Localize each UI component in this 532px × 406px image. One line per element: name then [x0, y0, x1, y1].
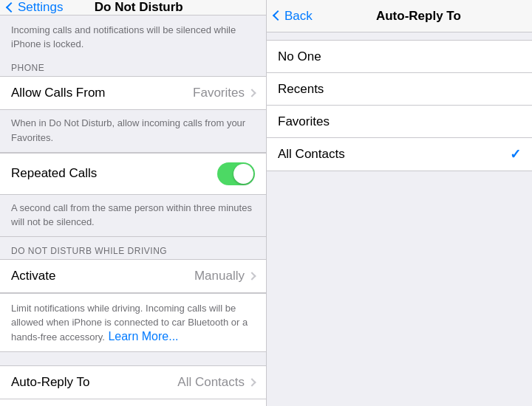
repeated-calls-row: Repeated Calls	[0, 154, 266, 194]
left-nav-bar: Settings Do Not Disturb	[0, 0, 266, 16]
driving-info-box: Limit notifications while driving. Incom…	[0, 293, 266, 352]
option-all-contacts[interactable]: All Contacts ✓	[267, 138, 532, 171]
auto-reply-options-group: No One Recents Favorites All Contacts ✓	[267, 40, 532, 171]
activate-row[interactable]: Activate Manually	[0, 260, 266, 292]
auto-reply-to-row[interactable]: Auto-Reply To All Contacts	[0, 366, 266, 399]
back-chevron-icon	[273, 10, 283, 21]
repeated-calls-info: A second call from the same person withi…	[11, 202, 252, 227]
locked-info-section: Incoming calls and notifications will be…	[0, 16, 266, 58]
repeated-calls-group: Repeated Calls	[0, 153, 266, 195]
left-nav-title: Do Not Disturb	[63, 0, 214, 15]
repeated-calls-label: Repeated Calls	[11, 166, 217, 181]
phone-table-group: Allow Calls From Favorites	[0, 76, 266, 110]
auto-reply-to-value: All Contacts	[177, 375, 245, 390]
right-nav-bar: Back Auto-Reply To	[267, 0, 532, 32]
checkmark-icon: ✓	[510, 146, 521, 162]
activate-value: Manually	[194, 269, 245, 283]
toggle-knob	[233, 164, 253, 184]
right-panel: Back Auto-Reply To No One Recents Favori…	[266, 0, 532, 406]
driving-section-label: DO NOT DISTURB WHILE DRIVING	[0, 241, 266, 259]
left-panel: Settings Do Not Disturb Incoming calls a…	[0, 0, 266, 406]
option-recents-label: Recents	[278, 82, 521, 97]
option-recents[interactable]: Recents	[267, 73, 532, 106]
auto-reply-back-button[interactable]: Back	[274, 9, 313, 24]
allow-calls-row[interactable]: Allow Calls From Favorites	[0, 77, 266, 109]
right-back-label: Back	[284, 9, 313, 24]
phone-section-label: PHONE	[0, 58, 266, 76]
driving-table-group: Activate Manually	[0, 259, 266, 293]
option-no-one[interactable]: No One	[267, 41, 532, 73]
right-spacer	[267, 171, 532, 406]
learn-more-link[interactable]: Learn More...	[108, 330, 178, 343]
auto-reply-row[interactable]: Auto-Reply Hey there! I'm at work. I am …	[0, 399, 266, 406]
chevron-left-icon	[6, 1, 16, 12]
back-label: Settings	[18, 0, 63, 15]
settings-back-button[interactable]: Settings	[7, 0, 63, 15]
auto-reply-to-chevron-icon	[248, 378, 256, 386]
auto-reply-table-group: Auto-Reply To All Contacts Auto-Reply He…	[0, 365, 266, 406]
allow-calls-label: Allow Calls From	[11, 86, 193, 100]
right-nav-title: Auto-Reply To	[313, 9, 525, 24]
activate-chevron-icon	[248, 272, 256, 280]
allow-calls-value: Favorites	[193, 86, 245, 100]
repeated-calls-toggle[interactable]	[217, 162, 255, 185]
option-no-one-label: No One	[278, 49, 521, 64]
chevron-right-icon	[248, 89, 256, 97]
activate-label: Activate	[11, 269, 194, 283]
option-all-contacts-label: All Contacts	[278, 147, 510, 162]
option-favorites[interactable]: Favorites	[267, 106, 532, 138]
locked-info-text: Incoming calls and notifications will be…	[11, 24, 236, 49]
auto-reply-to-label: Auto-Reply To	[11, 375, 177, 390]
allow-calls-info: When in Do Not Disturb, allow incoming c…	[11, 117, 245, 142]
option-favorites-label: Favorites	[278, 114, 521, 129]
